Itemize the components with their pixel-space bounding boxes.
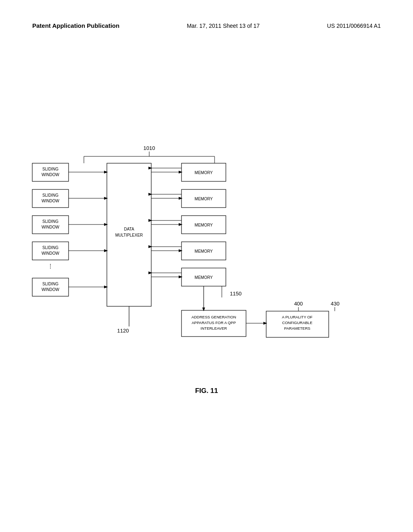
label-430: 430 (331, 301, 340, 307)
sw1-line1: SLIDING (42, 167, 58, 171)
config-line2: CONFIGURABLE (282, 320, 313, 325)
sw2-line1: SLIDING (42, 193, 58, 197)
data-mux-line1: DATA (124, 227, 134, 231)
mem1: MEMORY (195, 170, 213, 175)
mem2: MEMORY (195, 197, 213, 201)
sw4-line1: SLIDING (42, 245, 58, 250)
header: Patent Application Publication Mar. 17, … (0, 22, 413, 29)
config-line1: A PLURALITY OF (282, 315, 313, 319)
figure-caption: FIG. 11 (0, 387, 413, 395)
header-right: US 2011/0066914 A1 (327, 23, 381, 29)
mem4: MEMORY (195, 249, 213, 254)
addr-gen-line2: APPARATUS FOR A QPP (192, 320, 236, 325)
fig-caption-text: FIG. 11 (195, 387, 218, 395)
sw4-line2: WINDOW (42, 251, 59, 256)
sw3-line2: WINDOW (42, 225, 59, 229)
config-line3: PARAMETERS (284, 326, 311, 330)
label-1010: 1010 (144, 145, 155, 151)
addr-gen-line1: ADDRESS GENERATION (192, 315, 236, 319)
mem5: MEMORY (195, 275, 213, 280)
data-mux-line2: MULTIPLEXER (115, 233, 143, 237)
header-center: Mar. 17, 2011 Sheet 13 of 17 (187, 23, 260, 29)
label-1120: 1120 (117, 328, 129, 334)
sw5-line2: WINDOW (42, 287, 59, 292)
addr-gen-line3: INTERLEAVER (200, 326, 227, 330)
dots: ⋮ (48, 263, 53, 269)
sw3-line1: SLIDING (42, 219, 58, 224)
mem3: MEMORY (195, 223, 213, 227)
sw2-line2: WINDOW (42, 199, 59, 203)
sw1-line2: WINDOW (42, 172, 59, 177)
page: Patent Application Publication Mar. 17, … (0, 0, 413, 532)
diagram-svg: 1010 SLIDING WINDOW SLIDING WINDOW SLIDI… (24, 141, 387, 367)
sw5-line1: SLIDING (42, 282, 58, 286)
header-left: Patent Application Publication (32, 22, 119, 29)
label-1150: 1150 (230, 291, 242, 297)
label-400: 400 (294, 301, 303, 307)
